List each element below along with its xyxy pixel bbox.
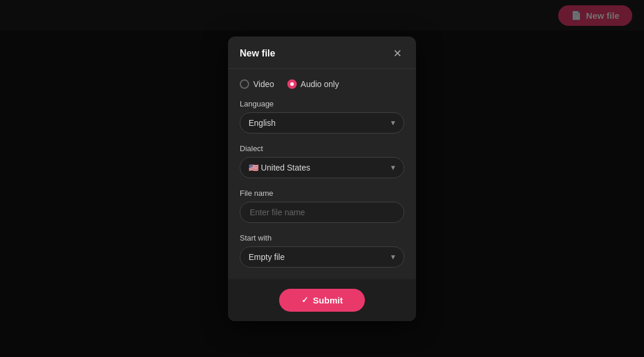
video-radio-text: Video (253, 79, 274, 89)
audio-radio[interactable] (287, 79, 297, 89)
modal-body: Video Audio only Language English Spanis… (228, 69, 416, 279)
file-name-field-group: File name (240, 189, 404, 223)
dialect-label: Dialect (240, 144, 404, 153)
language-select[interactable]: English Spanish French German Portuguese (240, 112, 404, 134)
modal-header: New file ✕ (228, 36, 416, 69)
modal-overlay: New file ✕ Video Audio only Language (0, 0, 644, 357)
video-radio[interactable] (240, 79, 249, 89)
start-with-select[interactable]: Empty file Template Import (240, 246, 404, 268)
submit-check-icon: ✓ (301, 295, 308, 305)
close-modal-button[interactable]: ✕ (391, 47, 404, 60)
start-with-select-wrapper: Empty file Template Import ▼ (240, 246, 404, 268)
language-label: Language (240, 99, 404, 108)
modal-title: New file (240, 48, 275, 59)
start-with-label: Start with (240, 233, 404, 242)
start-with-field-group: Start with Empty file Template Import ▼ (240, 233, 404, 268)
video-radio-label[interactable]: Video (240, 79, 274, 89)
close-icon: ✕ (393, 48, 402, 59)
audio-radio-label[interactable]: Audio only (287, 79, 339, 89)
submit-button-label: Submit (313, 295, 343, 305)
submit-button[interactable]: ✓ Submit (279, 289, 365, 312)
media-type-radio-group: Video Audio only (240, 79, 404, 89)
file-name-label: File name (240, 189, 404, 198)
dialect-field-group: Dialect 🇺🇸 United States 🇬🇧 United Kingd… (240, 144, 404, 178)
new-file-modal: New file ✕ Video Audio only Language (228, 36, 416, 321)
audio-radio-text: Audio only (301, 79, 339, 89)
modal-footer: ✓ Submit (228, 279, 416, 321)
language-field-group: Language English Spanish French German P… (240, 99, 404, 134)
dialect-select[interactable]: 🇺🇸 United States 🇬🇧 United Kingdom 🇦🇺 Au… (240, 157, 404, 178)
dialect-select-wrapper: 🇺🇸 United States 🇬🇧 United Kingdom 🇦🇺 Au… (240, 157, 404, 178)
language-select-wrapper: English Spanish French German Portuguese… (240, 112, 404, 134)
file-name-input[interactable] (240, 202, 404, 223)
